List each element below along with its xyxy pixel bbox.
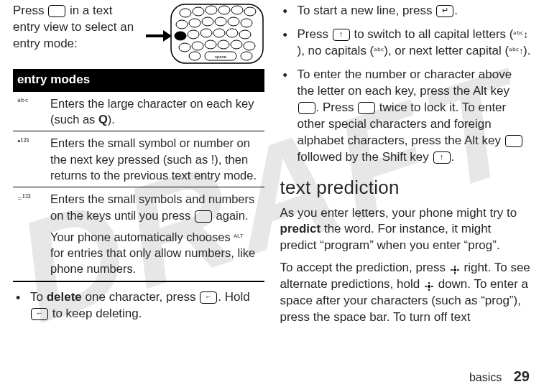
mode-symbol: ᵃᵇᶜ <box>13 91 46 131</box>
paragraph: As you enter letters, your phone might t… <box>280 205 532 255</box>
bold-text: predict <box>280 222 321 235</box>
text: again. <box>213 209 249 222</box>
svg-point-25 <box>189 52 200 60</box>
footer-section: basics <box>469 371 502 383</box>
text: To start a new line, press <box>298 4 436 17</box>
svg-point-2 <box>193 7 204 16</box>
text: to switch to all capital letters ( <box>351 27 514 41</box>
mode-symbol: •¹²³ <box>13 131 46 187</box>
text: ). <box>108 113 115 126</box>
svg-point-17 <box>226 29 238 37</box>
caps-all-symbol: ᵃᵇᶜ↨ <box>513 29 527 40</box>
svg-point-8 <box>189 19 200 27</box>
shift-key-icon <box>433 151 451 164</box>
svg-point-20 <box>192 42 203 50</box>
text: ), no capitals ( <box>298 44 374 57</box>
table-row: ᵃᵇᶜ Enters the large character on each k… <box>13 91 264 131</box>
svg-text:space: space <box>214 55 226 59</box>
alt-key-icon <box>358 102 375 114</box>
svg-point-4 <box>218 6 230 14</box>
svg-point-12 <box>241 19 252 27</box>
text: . <box>451 150 455 164</box>
page-footer: basics 29 <box>469 368 530 385</box>
svg-point-24 <box>244 42 255 50</box>
svg-point-1 <box>180 9 191 17</box>
text: To accept the prediction, press <box>280 261 449 274</box>
text: to keep deleting. <box>49 307 142 320</box>
bullet-item: Press to switch to all capital letters (… <box>280 27 532 60</box>
svg-point-3 <box>206 6 217 14</box>
back-key-icon <box>31 308 48 320</box>
mode-desc: Enters the small symbol or number on the… <box>46 131 264 187</box>
svg-point-6 <box>244 7 256 16</box>
intro-text: Press in a text entry view to select an … <box>13 3 142 65</box>
alt-key-icon <box>505 135 522 147</box>
paragraph: To accept the prediction, press right. T… <box>280 260 532 326</box>
text: ), or next letter capital ( <box>384 44 509 57</box>
text-prediction-heading: text prediction <box>280 175 532 200</box>
right-column: To start a new line, press . Press to sw… <box>280 3 532 329</box>
bold-text: Q <box>98 113 108 126</box>
svg-point-27 <box>241 52 252 60</box>
svg-point-16 <box>213 29 225 37</box>
svg-point-31 <box>428 285 430 288</box>
shift-key-icon <box>333 29 350 41</box>
svg-point-15 <box>200 29 212 37</box>
table-row: •¹²³ Enters the small symbol or number o… <box>13 131 264 187</box>
left-column: Press in a text entry view to select an … <box>13 3 264 329</box>
alt-key-icon <box>195 210 212 223</box>
intro-pre: Press <box>13 4 47 17</box>
mode-symbol: ₌¹²³ <box>13 187 46 281</box>
text: To enter the number or character above t… <box>298 67 512 98</box>
alt-key-icon <box>298 102 315 114</box>
svg-point-23 <box>231 40 242 49</box>
svg-point-19 <box>179 43 190 52</box>
svg-point-9 <box>202 17 213 26</box>
nav-key-icon <box>450 263 460 274</box>
nav-key-icon <box>424 280 434 290</box>
mode-desc: Enters the large character on each key (… <box>46 91 264 131</box>
svg-point-7 <box>176 20 188 29</box>
svg-point-30 <box>453 269 456 271</box>
text: ). <box>523 44 530 57</box>
text: To <box>30 290 47 304</box>
svg-point-10 <box>215 17 226 26</box>
svg-point-14 <box>188 30 199 39</box>
enter-key-icon <box>436 5 453 17</box>
text: As you enter letters, your phone might t… <box>280 206 517 220</box>
bullet-item: To start a new line, press . <box>280 3 532 19</box>
table-header: entry modes <box>13 69 264 91</box>
phone-keyboard-illustration: space <box>146 3 264 65</box>
svg-marker-29 <box>146 30 172 42</box>
mode-desc: Enters the small symbols and numbers on … <box>46 187 264 281</box>
text: . Hold <box>218 290 249 304</box>
table-row: ₌¹²³ Enters the small symbols and number… <box>13 187 264 281</box>
left-bullets: To delete one character, press . Hold to… <box>13 289 264 322</box>
bold-text: delete <box>47 290 82 304</box>
caps-none-symbol: ᵃᵇᶜ <box>374 45 384 57</box>
bullet-item: To enter the number or character above t… <box>280 67 532 166</box>
text: followed by the Shift key <box>298 150 433 164</box>
page-number: 29 <box>514 368 530 384</box>
svg-point-18 <box>239 30 251 39</box>
text: one character, press <box>82 290 199 304</box>
text: . Press <box>316 101 358 114</box>
page-content: Press in a text entry view to select an … <box>0 0 544 329</box>
svg-point-11 <box>228 17 239 26</box>
text: Enters the large character on each key (… <box>50 97 254 126</box>
alt-symbol: ᴬᴸᵀ <box>234 232 244 243</box>
back-key-icon <box>200 291 217 304</box>
svg-point-5 <box>231 6 243 14</box>
caps-next-symbol: ᵃᵇᶜ↑ <box>509 45 523 57</box>
entry-modes-table: entry modes ᵃᵇᶜ Enters the large charact… <box>13 69 264 282</box>
svg-point-22 <box>218 40 229 49</box>
text: for entries that only allow numbers, lik… <box>50 246 255 275</box>
right-bullets: To start a new line, press . Press to sw… <box>280 3 532 165</box>
text: . <box>454 4 458 17</box>
bullet-item: To delete one character, press . Hold to… <box>13 289 264 322</box>
alt-key-icon <box>48 5 65 17</box>
svg-point-21 <box>205 40 216 49</box>
svg-point-13 <box>175 32 186 40</box>
text: Your phone automatically chooses <box>50 230 234 243</box>
intro-row: Press in a text entry view to select an … <box>13 3 264 65</box>
